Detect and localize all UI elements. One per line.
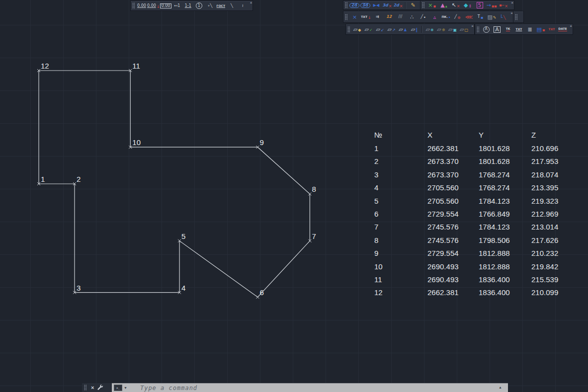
direction-arrows-icon[interactable]: ⇉ — [372, 13, 383, 21]
layer-lock-icon[interactable]: ▱▣ — [447, 25, 458, 33]
break-line-icon[interactable]: ≀ — [237, 2, 248, 10]
segment-markers-icon[interactable]: ▪─× — [498, 1, 509, 9]
slope-mark-icon[interactable]: ╲ — [226, 2, 237, 10]
toolbar-survey-tools: ×TXT↓⇉12///∴╱•▵ПК.•╱⊕⋘T▪▨✎L╲× — [343, 11, 514, 23]
point-cloud-icon[interactable]: ∴ — [406, 13, 418, 21]
tk-label-icon[interactable]: TK — [503, 25, 513, 33]
layer-to-current-icon[interactable]: ▱↙ — [374, 25, 386, 33]
delete-2d-icon[interactable]: 2d× — [393, 1, 404, 9]
layer-on-icon[interactable]: ▱✓ — [363, 25, 374, 33]
command-input[interactable]: >_ ▼ Type a command ▲ — [112, 383, 508, 392]
text-table-icon[interactable]: ▤▪ — [535, 25, 546, 33]
command-bar-drag-handle[interactable] — [84, 385, 86, 391]
table-cell-n-11: 11 — [374, 275, 382, 284]
command-prompt-icon[interactable]: >_ — [114, 385, 122, 391]
toolbar-close-icon[interactable]: × — [250, 1, 252, 5]
elevation-mark-icon[interactable]: 0.00 — [136, 2, 147, 10]
toolbar-drag-handle[interactable] — [422, 2, 424, 8]
date-field-icon[interactable]: DATE — [557, 25, 568, 33]
triangle-dimension-icon[interactable]: ▵ — [429, 13, 440, 21]
chevron-down-icon[interactable]: ▼ — [124, 386, 127, 390]
hatch-edit-icon[interactable]: ▨✎ — [486, 13, 498, 21]
point-label-icon[interactable]: TXT↓ — [360, 13, 372, 21]
command-placeholder: Type a command — [140, 385, 197, 392]
numbering-icon[interactable]: 12 — [383, 13, 395, 21]
node-leader-icon[interactable]: ∘╲ — [204, 2, 215, 10]
toolbar-drag-handle[interactable] — [132, 2, 135, 9]
section-mark-icon[interactable]: 1-1 — [182, 2, 193, 10]
move-point-icon[interactable]: ◆↕ — [462, 1, 474, 9]
table-cell-x-11: 2690.493 — [427, 275, 459, 284]
3d-mode-icon[interactable]: 3d — [360, 1, 371, 9]
table-cell-z-4: 213.395 — [531, 183, 558, 192]
convert-bowtie-icon[interactable]: ▶◀ — [371, 1, 382, 9]
text-justify-icon[interactable]: ≣ — [524, 25, 535, 33]
wrench-icon[interactable] — [97, 384, 103, 392]
line-by-points-icon[interactable]: ╱• — [418, 13, 429, 21]
elevation-down-icon[interactable]: 0.00↓ — [147, 2, 160, 10]
parallel-hatch-icon[interactable]: /// — [395, 13, 406, 21]
position-leader-icon[interactable]: ↤1 — [171, 2, 182, 10]
table-cell-x-4: 2705.560 — [427, 183, 459, 192]
text-circle-icon[interactable]: A — [481, 25, 492, 33]
table-header-X: X — [427, 131, 432, 139]
point-sequence-icon[interactable]: →▪▪ — [486, 1, 498, 9]
vertex-label-12: 12 — [41, 62, 49, 70]
toolbar-close-icon[interactable]: × — [570, 24, 572, 28]
triangulation-icon[interactable]: ▲▴ — [438, 1, 450, 9]
layer-freeze-icon[interactable]: ▱❄ — [424, 25, 435, 33]
toolbar-drag-handle[interactable] — [515, 14, 517, 20]
2d-mode-icon[interactable]: 2d — [349, 1, 360, 9]
txt-stack-icon[interactable]: TXT — [513, 25, 524, 33]
table-cell-x-1: 2662.381 — [427, 144, 459, 153]
delete-3d-icon[interactable]: 3d× — [382, 1, 393, 9]
intersection-icon[interactable]: × — [349, 13, 360, 21]
gost-leader-icon[interactable]: ГОСТ — [215, 2, 226, 10]
table-cell-z-12: 210.099 — [531, 288, 558, 297]
parcel-polyline[interactable] — [39, 71, 310, 297]
command-bar-close-icon[interactable]: × — [91, 385, 94, 391]
wrench-glyph — [97, 384, 103, 391]
layer-merge-icon[interactable]: ▱↗ — [386, 25, 397, 33]
layer-user-icon[interactable]: ▱♟ — [397, 25, 409, 33]
vertex-label-3: 3 — [77, 284, 81, 292]
length-line-icon[interactable]: L╲ — [498, 13, 509, 21]
table-cell-n-3: 3 — [374, 170, 378, 179]
history-collapse-icon[interactable]: ▲ — [499, 386, 502, 389]
delete-point-cursor-icon[interactable]: ↖× — [450, 1, 462, 9]
txt-copy-icon[interactable]: TXT — [546, 25, 557, 33]
elevation-frame-icon[interactable]: 0.00 — [160, 2, 172, 10]
pk-station-icon[interactable]: ПК.• — [440, 13, 452, 21]
layer-edit-icon[interactable]: ▱◆ — [351, 25, 363, 33]
toolbar-drag-handle[interactable] — [477, 26, 479, 33]
triple-chevron-icon[interactable]: ⋘ — [463, 13, 475, 21]
table-cell-x-5: 2705.560 — [427, 197, 459, 205]
vertex-label-4: 4 — [181, 284, 185, 292]
table-cell-n-9: 9 — [374, 249, 378, 257]
table-cell-n-1: 1 — [374, 144, 378, 153]
toolbar-stray-grip — [513, 11, 524, 23]
profile-point-icon[interactable]: T▪ — [475, 13, 486, 21]
vertex-label-6: 6 — [259, 288, 263, 297]
station-point-icon[interactable]: ╱⊕ — [452, 13, 463, 21]
toolbar-close-icon[interactable]: × — [511, 1, 513, 5]
node-number-icon[interactable]: 1 — [193, 2, 204, 10]
layer-pause-icon[interactable]: ▱‖ — [409, 25, 420, 33]
pencil-sketch-icon[interactable]: ✎ — [408, 1, 419, 9]
cross-points-icon[interactable]: ×▪ — [426, 1, 438, 9]
table-cell-n-8: 8 — [374, 236, 378, 244]
layer-onoff-icon[interactable]: ▱☼ — [435, 25, 447, 33]
toolbar-drag-handle[interactable] — [345, 14, 347, 20]
table-header-Z: Z — [531, 131, 536, 139]
toolbar-close-icon[interactable]: × — [471, 24, 474, 28]
drawing-canvas[interactable]: 123456789101112 — [0, 0, 588, 392]
renumber-contour-icon[interactable]: 5 — [474, 1, 486, 9]
vertex-marker-6[interactable] — [256, 296, 259, 299]
toolbar-drag-handle[interactable] — [345, 2, 347, 8]
toolbar-drag-handle[interactable] — [347, 26, 350, 33]
text-frame-icon[interactable]: A — [492, 25, 503, 33]
layer-unlock-icon[interactable]: ▱▢ — [458, 25, 470, 33]
table-cell-x-10: 2690.493 — [427, 262, 459, 271]
toolbar-layers: ▱◆▱✓▱↙▱↗▱♟▱‖▱❄▱☼▱▣▱▢× — [345, 24, 475, 35]
table-cell-y-12: 1836.400 — [479, 288, 510, 297]
